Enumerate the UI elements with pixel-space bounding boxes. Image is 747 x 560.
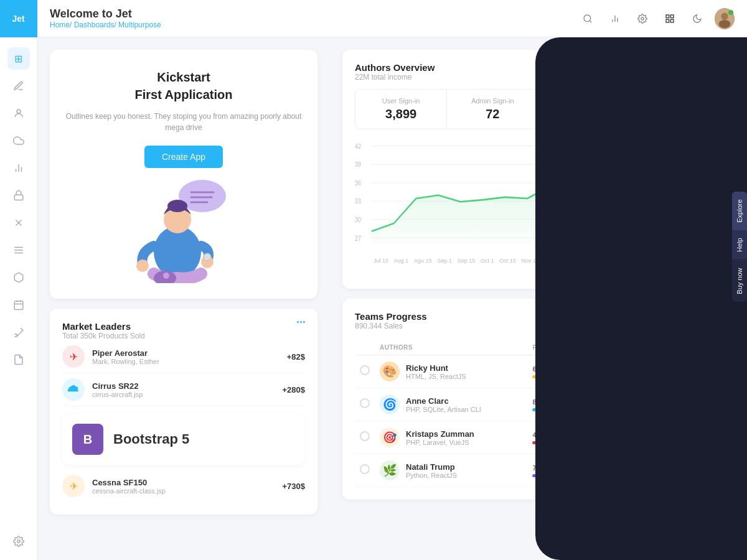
authors-subtitle: 22M total income (355, 73, 435, 82)
breadcrumb-dashboards: Dashboards/ (74, 21, 116, 29)
col-authors: AUTHORS (375, 340, 527, 355)
author-cell-3: 🌿 Natali Trump Python, ReactJS (380, 460, 522, 480)
sidebar-item-settings[interactable] (7, 530, 30, 553)
sidebar-item-editor[interactable] (7, 75, 30, 97)
theme-toggle-button[interactable] (687, 9, 707, 29)
explore-tab[interactable]: Explore (732, 191, 747, 230)
market-icon-1 (62, 378, 85, 401)
svg-rect-25 (670, 15, 674, 18)
market-info-4: Cessna SF150 cessna-aircraft-class.jsp (92, 478, 275, 495)
checkbox-3[interactable] (360, 464, 370, 474)
market-value-1: +280$ (282, 385, 305, 394)
sidebar-item-menu[interactable] (7, 239, 30, 261)
author-name-2: Kristaps Zumman (406, 429, 474, 439)
settings-button[interactable] (632, 9, 652, 29)
logo-text: Jet (12, 14, 24, 24)
svg-text:27: 27 (355, 235, 361, 242)
stat-label-1: Admin Sign-in (457, 97, 528, 105)
grid-button[interactable] (660, 9, 680, 29)
sidebar-item-tools[interactable] (7, 321, 30, 343)
row-author-1: 🌀 Anne Clarc PHP, SQLite, Artisan CLI (375, 388, 527, 421)
breadcrumb-home: Home/ (50, 21, 72, 29)
teams-title: Teams Progress (355, 311, 427, 322)
sidebar-logo[interactable]: Jet (0, 0, 37, 37)
svg-point-23 (641, 17, 644, 20)
row-check-1 (355, 388, 375, 421)
market-meta-4: cessna-aircraft-class.jsp (92, 487, 275, 495)
sidebar-item-calendar[interactable] (7, 294, 30, 316)
stat-label-0: User Sign-in (365, 97, 436, 105)
market-leaders-card: Market Leaders Total 350k Products Sold … (50, 309, 317, 515)
row-author-0: 🎨 Ricky Hunt HTML, JS, ReactJS (375, 355, 527, 388)
author-info-3: Natali Trump Python, ReactJS (406, 462, 457, 479)
author-name-3: Natali Trump (406, 462, 457, 472)
market-icon-0: ✈ (62, 345, 85, 368)
sidebar-item-close[interactable] (7, 212, 30, 234)
author-tech-1: PHP, SQLite, Artisan CLI (406, 406, 481, 413)
author-cell-0: 🎨 Ricky Hunt HTML, JS, ReactJS (380, 362, 522, 381)
market-leaders-subtitle: Total 350k Products Sold (62, 332, 145, 340)
sidebar-nav: ⊞ (7, 37, 30, 523)
sidebar-item-cloud[interactable] (7, 129, 30, 152)
content-area: Kickstart First Application Outlines kee… (37, 37, 747, 560)
checkbox-0[interactable] (360, 365, 370, 375)
bootstrap-card: B Bootstrap 5 (62, 414, 305, 465)
bootstrap-icon: B (72, 424, 103, 455)
market-name-1: Cirrus SR22 (92, 381, 275, 391)
svg-text:39: 39 (355, 161, 361, 169)
market-leaders-menu[interactable] (297, 321, 305, 323)
row-author-2: 🎯 Kristaps Zumman PHP, Laravel, VueJS (375, 421, 527, 454)
checkbox-2[interactable] (360, 431, 370, 441)
avatar-button[interactable] (715, 9, 735, 29)
market-item-0: ✈ Piper Aerostar Mark, Rowling, Esther +… (62, 340, 305, 373)
illustration-area (62, 180, 305, 280)
author-name-1: Anne Clarc (406, 396, 481, 406)
dark-panel (535, 37, 747, 560)
search-button[interactable] (578, 9, 598, 29)
stat-value-0: 3,899 (365, 107, 436, 121)
authors-title-group: Authors Overview 22M total income (355, 62, 435, 82)
svg-line-19 (590, 21, 591, 22)
sidebar-item-packages[interactable] (7, 266, 30, 289)
checkbox-1[interactable] (360, 398, 370, 408)
analytics-button[interactable] (605, 9, 625, 29)
author-avatar-3: 🌿 (380, 460, 400, 480)
kickstart-card: Kickstart First Application Outlines kee… (50, 50, 317, 299)
topbar: Welcome to Jet Home/ Dashboards/ Multipu… (37, 0, 747, 37)
market-meta-1: cirrus-aircraft.jsp (92, 391, 275, 398)
kickstart-title: Kickstart First Application (62, 68, 305, 103)
online-indicator (728, 10, 733, 15)
market-meta-0: Mark, Rowling, Esther (92, 358, 280, 365)
stat-admin-signin: Admin Sign-in 72 (447, 90, 538, 129)
buy-now-tab[interactable]: Buy now (732, 259, 747, 301)
sidebar-item-reports[interactable] (7, 348, 30, 371)
row-check-2 (355, 421, 375, 454)
sidebar-item-users[interactable] (7, 102, 30, 124)
bootstrap-label: Bootstrap 5 (113, 431, 189, 447)
sidebar-item-lock[interactable] (7, 184, 30, 207)
svg-point-39 (136, 259, 149, 272)
market-item-1: Cirrus SR22 cirrus-aircraft.jsp +280$ (62, 373, 305, 406)
dot-3 (303, 321, 305, 323)
help-tab[interactable]: Help (732, 230, 747, 260)
create-app-button[interactable]: Create App (144, 146, 223, 168)
sidebar-item-analytics[interactable] (7, 157, 30, 179)
svg-point-18 (584, 15, 591, 22)
sidebar-settings[interactable] (7, 523, 30, 560)
svg-rect-10 (14, 301, 23, 310)
market-name-0: Piper Aerostar (92, 348, 280, 358)
col-check (355, 340, 375, 355)
svg-text:30: 30 (355, 216, 361, 223)
topbar-actions (578, 9, 735, 29)
market-value-4: +730$ (282, 482, 305, 491)
author-tech-0: HTML, JS, ReactJS (406, 373, 466, 380)
teams-subtitle: 890,344 Sales (355, 322, 427, 330)
svg-point-0 (17, 110, 21, 113)
sidebar: Jet ⊞ (0, 0, 37, 560)
svg-point-17 (17, 540, 20, 543)
author-avatar-1: 🌀 (380, 394, 400, 414)
author-tech-2: PHP, Laravel, VueJS (406, 439, 474, 446)
sidebar-item-dashboard[interactable]: ⊞ (7, 47, 30, 70)
breadcrumb-current: Multipurpose (118, 21, 161, 29)
market-leaders-title-group: Market Leaders Total 350k Products Sold (62, 321, 145, 340)
